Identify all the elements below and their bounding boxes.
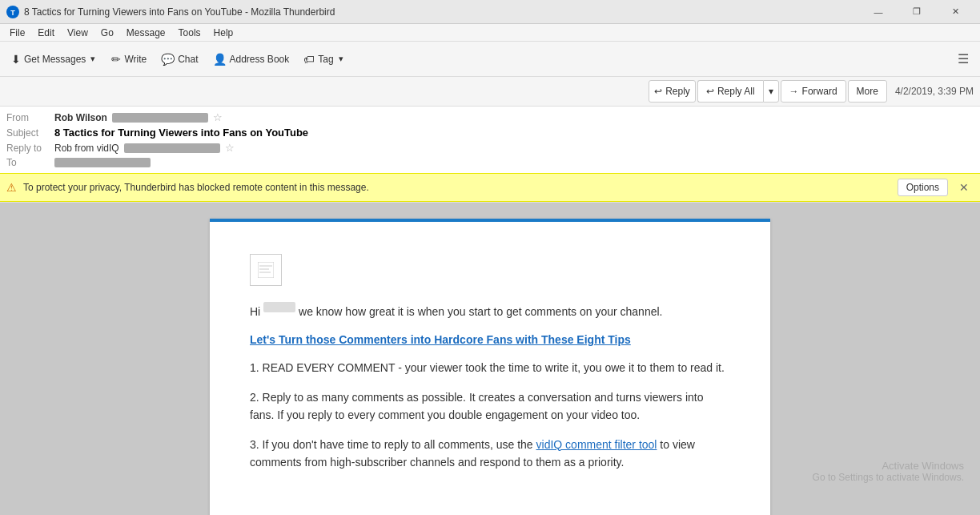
- address-book-button[interactable]: 👤 Address Book: [207, 46, 296, 72]
- reply-all-dropdown[interactable]: ▾: [763, 80, 779, 103]
- reply-button[interactable]: ↩ Reply: [649, 80, 696, 103]
- get-messages-button[interactable]: ⬇ Get Messages ▾: [5, 46, 103, 72]
- main-cta-link[interactable]: Let's Turn those Commenters into Hardcor…: [250, 333, 631, 346]
- chat-icon: 💬: [161, 53, 175, 66]
- from-row: From Rob Wilson ☆: [6, 110, 974, 125]
- subject-value: 8 Tactics for Turning Viewers into Fans …: [54, 127, 308, 139]
- email-logo: [250, 254, 282, 286]
- reply-to-star-icon[interactable]: ☆: [225, 142, 235, 154]
- to-email: [54, 158, 151, 167]
- menu-bar: File Edit View Go Message Tools Help: [0, 24, 980, 42]
- forward-button[interactable]: → Forward: [781, 80, 846, 103]
- minimize-button[interactable]: —: [860, 0, 897, 24]
- main-toolbar: ⬇ Get Messages ▾ ✏ Write 💬 Chat 👤 Addres…: [0, 42, 980, 77]
- options-button[interactable]: Options: [898, 179, 948, 196]
- reply-all-button[interactable]: ↩ Reply All: [697, 80, 763, 103]
- window-title: 8 Tactics for Turning Viewers into Fans …: [24, 6, 860, 18]
- email-content-page: Hi we know how great it is when you star…: [210, 219, 770, 515]
- email-action-bar: ↩ Reply ↩ Reply All ▾ → Forward More 4/2…: [0, 77, 980, 107]
- menu-message[interactable]: Message: [120, 26, 172, 40]
- menu-view[interactable]: View: [61, 26, 94, 40]
- email-link-paragraph: Let's Turn those Commenters into Hardcor…: [250, 333, 730, 346]
- reply-to-value: Rob from vidIQ ☆: [54, 142, 235, 154]
- email-date: 4/2/2019, 3:39 PM: [895, 86, 974, 97]
- address-book-icon: 👤: [213, 53, 227, 66]
- forward-icon: →: [789, 86, 799, 97]
- email-header: ↩ Reply ↩ Reply All ▾ → Forward More 4/2…: [0, 77, 980, 203]
- from-value: Rob Wilson ☆: [54, 111, 223, 123]
- privacy-warning-bar: ⚠ To protect your privacy, Thunderbird h…: [0, 173, 980, 202]
- warning-icon: ⚠: [6, 181, 17, 194]
- recipient-name-blur: [263, 302, 295, 312]
- to-row: To: [6, 155, 974, 170]
- maximize-button[interactable]: ❐: [898, 0, 935, 24]
- hamburger-menu-button[interactable]: ☰: [951, 46, 975, 72]
- window-controls: — ❐ ✕: [860, 0, 974, 24]
- menu-help[interactable]: Help: [207, 26, 240, 40]
- reply-to-label: Reply to: [6, 143, 54, 154]
- get-messages-dropdown[interactable]: ▾: [89, 46, 97, 72]
- menu-tools[interactable]: Tools: [172, 26, 207, 40]
- reply-to-row: Reply to Rob from vidIQ ☆: [6, 140, 974, 155]
- get-messages-icon: ⬇: [11, 53, 21, 66]
- tag-dropdown[interactable]: ▾: [337, 46, 345, 72]
- close-button[interactable]: ✕: [937, 0, 974, 24]
- from-name: Rob Wilson: [54, 112, 107, 123]
- subject-label: Subject: [6, 127, 54, 139]
- from-email: [112, 113, 208, 123]
- reply-to-name: Rob from vidIQ: [54, 143, 119, 154]
- email-fields: From Rob Wilson ☆ Subject 8 Tactics for …: [0, 107, 980, 173]
- vidiq-link[interactable]: vidIQ comment filter tool: [536, 438, 657, 451]
- reply-icon: ↩: [654, 86, 662, 97]
- reply-all-icon: ↩: [706, 86, 714, 97]
- svg-text:T: T: [10, 9, 15, 17]
- svg-rect-2: [258, 262, 274, 278]
- tip-2: 2. Reply to as many comments as possible…: [250, 388, 730, 424]
- reply-button-group: ↩ Reply: [649, 80, 696, 103]
- email-greeting: Hi we know how great it is when you star…: [250, 302, 730, 320]
- email-content-wrapper: Hi we know how great it is when you star…: [0, 203, 980, 515]
- app-icon: T: [6, 6, 19, 18]
- reply-all-button-group: ↩ Reply All ▾: [697, 80, 779, 103]
- write-button[interactable]: ✏ Write: [105, 46, 153, 72]
- menu-file[interactable]: File: [3, 26, 31, 40]
- tag-icon: 🏷: [303, 53, 315, 66]
- subject-row: Subject 8 Tactics for Turning Viewers in…: [6, 125, 974, 140]
- more-button[interactable]: More: [848, 80, 887, 103]
- write-icon: ✏: [111, 53, 121, 66]
- menu-edit[interactable]: Edit: [31, 26, 61, 40]
- close-warning-button[interactable]: ✕: [954, 179, 974, 195]
- chat-button[interactable]: 💬 Chat: [155, 46, 204, 72]
- privacy-warning-text: To protect your privacy, Thunderbird has…: [23, 182, 891, 193]
- reply-to-email: [124, 143, 220, 153]
- menu-go[interactable]: Go: [94, 26, 120, 40]
- from-label: From: [6, 112, 54, 123]
- to-label: To: [6, 157, 54, 168]
- tip-3: 3. If you don't have time to reply to al…: [250, 436, 730, 472]
- to-value: [54, 158, 151, 167]
- from-star-icon[interactable]: ☆: [213, 111, 223, 123]
- title-bar: T 8 Tactics for Turning Viewers into Fan…: [0, 0, 980, 24]
- tag-button[interactable]: 🏷 Tag ▾: [297, 46, 351, 72]
- tip-1: 1. READ EVERY COMMENT - your viewer took…: [250, 359, 730, 376]
